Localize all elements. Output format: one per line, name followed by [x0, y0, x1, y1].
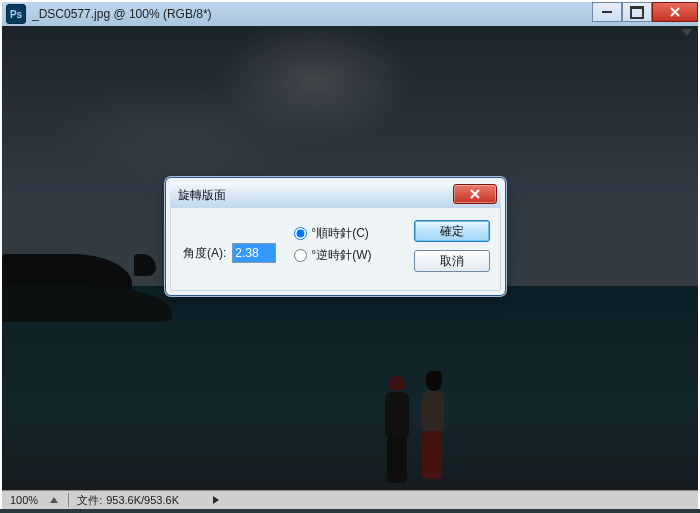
rotate-canvas-dialog: 旋轉版面 角度(A): °順時針(C) °逆時針(W: [165, 177, 506, 296]
close-icon: [669, 6, 681, 18]
zoom-level[interactable]: 100%: [2, 494, 46, 506]
status-bar: 100% 文件: 953.6K/953.6K: [2, 490, 698, 509]
dialog-titlebar[interactable]: 旋轉版面: [170, 182, 501, 209]
dialog-title: 旋轉版面: [178, 187, 226, 204]
radio-cw-input[interactable]: [294, 227, 307, 240]
dialog-body: 角度(A): °順時針(C) °逆時針(W) 確定 取消: [170, 208, 501, 291]
window-controls: [592, 2, 698, 22]
window-title: _DSC0577.jpg @ 100% (RGB/8*): [32, 7, 212, 21]
angle-label: 角度(A):: [183, 245, 226, 262]
maximize-button[interactable]: [622, 2, 652, 22]
scroll-indicator-icon: [682, 29, 692, 36]
cancel-button[interactable]: 取消: [414, 250, 490, 272]
minimize-button[interactable]: [592, 2, 622, 22]
app-icon: Ps: [6, 4, 26, 24]
ok-button[interactable]: 確定: [414, 220, 490, 242]
close-icon: [469, 189, 481, 199]
cancel-button-label: 取消: [440, 253, 464, 270]
file-size-label: 文件:: [77, 493, 106, 508]
radio-cw-label: °順時針(C): [311, 225, 368, 242]
radio-cw[interactable]: °順時針(C): [294, 222, 371, 244]
zoom-dropdown-icon[interactable]: [50, 497, 58, 503]
radio-ccw-label: °逆時針(W): [311, 247, 371, 264]
app-window: Ps _DSC0577.jpg @ 100% (RGB/8*) 100% 文件:…: [0, 0, 700, 509]
app-titlebar: Ps _DSC0577.jpg @ 100% (RGB/8*): [2, 2, 698, 26]
close-button[interactable]: [652, 2, 698, 22]
angle-input[interactable]: [232, 243, 276, 263]
statusbar-expand-icon[interactable]: [213, 496, 219, 504]
file-size-value: 953.6K/953.6K: [106, 494, 179, 506]
divider: [68, 493, 69, 507]
radio-ccw[interactable]: °逆時針(W): [294, 244, 371, 266]
dialog-close-button[interactable]: [453, 184, 497, 204]
radio-ccw-input[interactable]: [294, 249, 307, 262]
ok-button-label: 確定: [440, 223, 464, 240]
